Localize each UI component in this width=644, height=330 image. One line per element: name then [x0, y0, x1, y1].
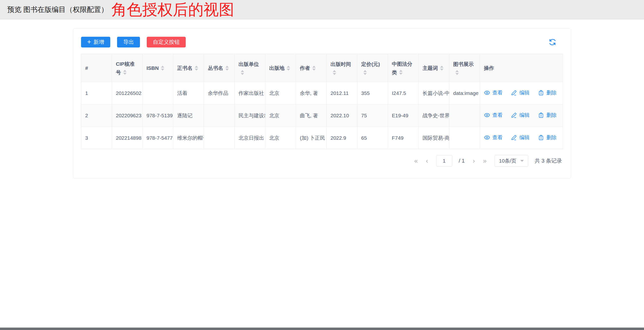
delete-button[interactable]: 删除 — [538, 89, 556, 96]
edit-button[interactable]: 编辑 — [511, 134, 530, 141]
actions-cell: 查看编辑删除 — [480, 127, 563, 149]
cell-index: 3 — [81, 127, 112, 149]
sort-icon[interactable] — [364, 70, 367, 75]
prev-page-button[interactable]: ‹ — [426, 158, 428, 164]
cell-index: 2 — [81, 104, 112, 127]
sort-icon[interactable] — [312, 66, 316, 70]
cell-publisher: 作家出版社 — [234, 82, 265, 104]
sort-icon[interactable] — [456, 70, 459, 75]
column-header-author[interactable]: 作者 — [296, 54, 326, 82]
sort-icon[interactable] — [123, 70, 126, 75]
column-header-place[interactable]: 出版地 — [265, 54, 296, 82]
page-input[interactable] — [436, 155, 452, 166]
refresh-icon — [548, 38, 556, 46]
pencil-icon — [511, 134, 517, 141]
cell-cip: 202209623 — [112, 104, 142, 127]
column-label: 主题词 — [422, 65, 438, 71]
add-button-label: 新增 — [94, 40, 104, 45]
cell-isbn: 978-7-5477 — [142, 127, 173, 149]
column-header-series[interactable]: 丛书名 — [204, 54, 234, 82]
column-header-clc[interactable]: 中图法分类 — [388, 54, 418, 82]
sort-icon[interactable] — [161, 66, 164, 70]
sort-icon[interactable] — [287, 66, 290, 70]
view-button[interactable]: 查看 — [484, 112, 502, 118]
column-label: 定价(元) — [361, 61, 380, 67]
cell-place: 北京 — [265, 127, 296, 149]
column-header-cip[interactable]: CIP核准号 — [112, 54, 142, 82]
delete-button[interactable]: 删除 — [538, 112, 556, 118]
cell-cip: 201226502 — [112, 82, 142, 104]
cell-place: 北京 — [265, 82, 296, 104]
column-header-date[interactable]: 出版时间 — [326, 54, 357, 82]
column-header-isbn[interactable]: ISBN — [142, 54, 173, 82]
column-header-index: # — [81, 54, 112, 82]
export-button[interactable]: 导出 — [117, 37, 140, 48]
export-button-label: 导出 — [123, 40, 134, 45]
column-header-price[interactable]: 定价(元) — [357, 54, 388, 82]
sort-icon[interactable] — [440, 66, 444, 70]
cell-display — [449, 127, 480, 149]
column-label: 操作 — [484, 65, 494, 71]
cell-series — [204, 127, 234, 149]
sort-icon[interactable] — [399, 70, 402, 75]
table-body: 1201226502活着余华作品作家出版社北京余华, 著2012.11355I2… — [81, 82, 563, 149]
cell-cip: 202214898 — [112, 127, 142, 149]
column-label: # — [85, 65, 88, 71]
page-size-select[interactable]: 10条/页 — [494, 155, 528, 167]
column-header-publisher[interactable]: 出版单位 — [234, 54, 265, 82]
view-button[interactable]: 查看 — [484, 134, 502, 141]
cell-clc: F749 — [388, 127, 418, 149]
cell-publisher: 民主与建设出 — [234, 104, 265, 127]
cell-isbn: 978-7-5139 — [142, 104, 173, 127]
total-pages-label: / 1 — [459, 158, 464, 164]
next-page-button[interactable]: › — [473, 158, 475, 164]
column-label: ISBN — [146, 65, 159, 71]
sort-icon[interactable] — [195, 66, 198, 70]
eye-icon — [484, 134, 490, 141]
eye-icon — [484, 90, 490, 96]
column-header-actions: 操作 — [480, 54, 563, 82]
column-label: 正书名 — [177, 65, 192, 71]
cell-isbn — [142, 82, 173, 104]
table-row: 2202209623978-7-5139逐陆记民主与建设出北京曲飞, 著2022… — [81, 104, 563, 127]
delete-button[interactable]: 删除 — [538, 134, 556, 141]
first-page-button[interactable]: « — [414, 158, 418, 164]
view-label: 查看 — [492, 112, 502, 118]
cell-display: data:image — [449, 82, 480, 104]
column-header-display[interactable]: 图书展示 — [449, 54, 480, 82]
last-page-button[interactable]: » — [483, 158, 486, 164]
trash-icon — [538, 112, 544, 118]
edit-label: 编辑 — [520, 134, 530, 141]
column-header-title[interactable]: 正书名 — [173, 54, 204, 82]
add-button[interactable]: + 新增 — [81, 37, 110, 48]
view-button[interactable]: 查看 — [484, 89, 502, 96]
cell-price: 65 — [357, 127, 388, 149]
edit-button[interactable]: 编辑 — [511, 112, 530, 118]
refresh-button[interactable] — [548, 38, 556, 46]
actions-cell: 查看编辑删除 — [480, 82, 563, 104]
column-label: 图书展示 — [453, 61, 474, 67]
annotation-text: 角色授权后的视图 — [112, 2, 234, 17]
cell-price: 75 — [357, 104, 388, 127]
edit-button[interactable]: 编辑 — [511, 89, 530, 96]
bottom-edge-bar — [0, 328, 644, 330]
cell-display — [449, 104, 480, 127]
sort-icon[interactable] — [226, 66, 229, 70]
cell-author: 曲飞, 著 — [296, 104, 326, 127]
trash-icon — [538, 90, 544, 96]
cell-date: 2012.11 — [326, 82, 357, 104]
cell-subject: 长篇小说-中 — [418, 82, 449, 104]
custom-button-label: 自定义按钮 — [153, 40, 180, 45]
table-header-row: #CIP核准号ISBN正书名丛书名出版单位出版地作者出版时间定价(元)中图法分类… — [81, 54, 563, 82]
table-row: 1201226502活着余华作品作家出版社北京余华, 著2012.11355I2… — [81, 82, 563, 104]
custom-button[interactable]: 自定义按钮 — [147, 37, 186, 48]
main-content: + 新增 导出 自定义按钮 — [0, 28, 644, 179]
cell-series — [204, 104, 234, 127]
cell-subject: 国际贸易-商 — [418, 127, 449, 149]
sort-icon[interactable] — [333, 70, 336, 75]
column-header-subject[interactable]: 主题词 — [418, 54, 449, 82]
sort-icon[interactable] — [241, 70, 244, 75]
cell-author: (加) 卜正民 — [296, 127, 326, 149]
edit-label: 编辑 — [520, 89, 530, 96]
page-size-label: 10条/页 — [499, 158, 516, 164]
